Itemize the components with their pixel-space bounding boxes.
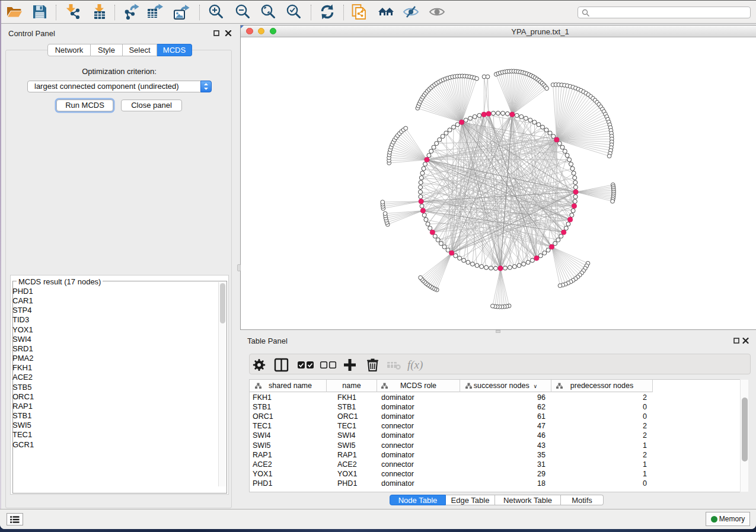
svg-text:f(x): f(x) [407,358,423,371]
